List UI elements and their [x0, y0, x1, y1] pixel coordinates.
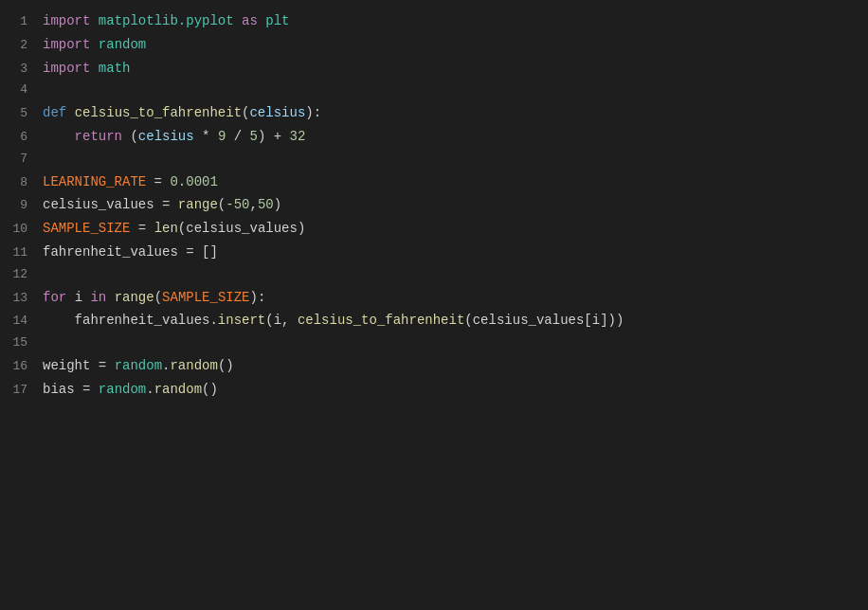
token: matplotlib.pyplot — [99, 13, 234, 28]
code-line: 11fahrenheit_values = [] — [0, 241, 868, 264]
token: for — [43, 290, 66, 305]
token: bias — [43, 382, 75, 397]
line-number: 17 — [0, 381, 43, 401]
token: plt — [265, 13, 289, 28]
token: random — [99, 382, 146, 397]
token: celsius_to_fahrenheit — [298, 313, 464, 328]
code-line: 2import random — [0, 33, 868, 57]
code-line: 3import math — [0, 57, 868, 81]
line-number: 13 — [0, 289, 43, 309]
token: 32 — [290, 129, 306, 144]
code-line: 6 return (celsius * 9 / 5) + 32 — [0, 125, 868, 149]
code-line: 14 fahrenheit_values.insert(i, celsius_t… — [0, 309, 868, 332]
line-content: import math — [43, 58, 868, 79]
line-content: def celsius_to_fahrenheit(celsius): — [43, 102, 868, 123]
line-content: SAMPLE_SIZE = len(celsius_values) — [43, 218, 868, 239]
code-line: 4 — [0, 80, 868, 101]
line-number: 2 — [0, 36, 43, 56]
token: insert — [218, 313, 265, 328]
token: math — [99, 61, 131, 76]
token: random — [170, 358, 217, 373]
line-content: LEARNING_RATE = 0.0001 — [43, 171, 868, 192]
token: 9 — [218, 129, 226, 144]
code-line: 13for i in range(SAMPLE_SIZE): — [0, 286, 868, 310]
line-content: return (celsius * 9 / 5) + 32 — [43, 126, 868, 147]
token: celsius — [249, 105, 305, 120]
token: 50 — [258, 197, 274, 212]
token: range — [178, 197, 218, 212]
token: celsius_values — [43, 197, 154, 212]
line-number: 8 — [0, 173, 43, 193]
token: celsius_values — [473, 313, 585, 328]
token: celsius_to_fahrenheit — [75, 105, 242, 120]
code-line: 17bias = random.random() — [0, 378, 868, 402]
code-line: 1import matplotlib.pyplot as plt — [0, 9, 868, 33]
token: fahrenheit_values — [43, 244, 178, 260]
token: import — [43, 61, 90, 76]
token: SAMPLE_SIZE — [43, 221, 130, 236]
line-number: 15 — [0, 333, 43, 353]
token: 5 — [250, 129, 258, 144]
code-line: 7 — [0, 149, 868, 170]
line-number: 11 — [0, 243, 43, 263]
token: celsius — [138, 129, 194, 144]
token: i — [75, 290, 82, 305]
line-number: 14 — [0, 312, 43, 332]
code-line: 8LEARNING_RATE = 0.0001 — [0, 170, 868, 194]
line-content: celsius_values = range(-50,50) — [43, 194, 868, 215]
line-number: 5 — [0, 104, 43, 124]
code-editor: 1import matplotlib.pyplot as plt2import … — [0, 0, 868, 610]
line-number: 7 — [0, 150, 43, 170]
line-number: 1 — [0, 12, 43, 32]
line-content: import matplotlib.pyplot as plt — [43, 10, 868, 31]
code-line: 5def celsius_to_fahrenheit(celsius): — [0, 101, 868, 125]
token: def — [43, 105, 66, 120]
line-number: 16 — [0, 357, 43, 377]
token: celsius_values — [186, 221, 298, 236]
token: in — [90, 290, 106, 305]
line-number: 9 — [0, 196, 43, 216]
line-number: 12 — [0, 265, 43, 285]
token: import — [43, 13, 90, 28]
token: LEARNING_RATE — [43, 174, 146, 189]
token: as — [242, 13, 258, 28]
token: import — [43, 37, 90, 52]
line-content: weight = random.random() — [43, 355, 868, 376]
line-content: fahrenheit_values = [] — [43, 242, 868, 262]
token: len — [154, 221, 178, 236]
line-number: 6 — [0, 128, 43, 148]
token: -50 — [226, 197, 249, 212]
token: SAMPLE_SIZE — [162, 290, 249, 305]
line-number: 4 — [0, 81, 43, 100]
line-content: import random — [43, 34, 868, 55]
token: range — [115, 290, 154, 305]
code-line: 10SAMPLE_SIZE = len(celsius_values) — [0, 217, 868, 241]
line-content: fahrenheit_values.insert(i, celsius_to_f… — [43, 310, 868, 331]
token: random — [154, 382, 202, 397]
code-line: 9celsius_values = range(-50,50) — [0, 193, 868, 217]
code-line: 15 — [0, 332, 868, 354]
token: return — [75, 129, 122, 144]
line-content: for i in range(SAMPLE_SIZE): — [43, 287, 868, 308]
token: weight — [43, 358, 90, 373]
line-number: 3 — [0, 60, 43, 80]
code-line: 16weight = random.random() — [0, 354, 868, 378]
line-content: bias = random.random() — [43, 379, 868, 400]
line-number: 10 — [0, 220, 43, 240]
token: random — [99, 37, 146, 52]
token: random — [115, 358, 162, 373]
code-line: 12 — [0, 264, 868, 286]
token: 0.0001 — [170, 174, 217, 189]
